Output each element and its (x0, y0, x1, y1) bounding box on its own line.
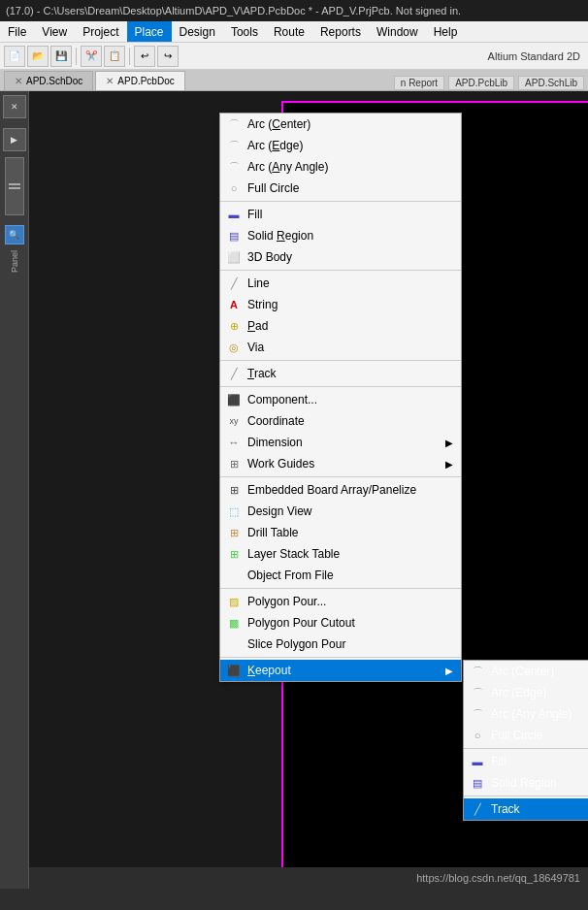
menu-help[interactable]: Help (426, 21, 466, 42)
tab-pcbdoc-label: APD.PcbDoc (117, 76, 174, 86)
k-fill[interactable]: ▬ Fill (464, 751, 588, 772)
sep-5 (220, 476, 461, 477)
canvas-area[interactable]: ⌒ Arc (Center) ⌒ Arc (Edge) ⌒ Arc (Any A… (29, 91, 588, 889)
3d-body-label: 3D Body (247, 250, 453, 264)
toolbar-btn-3[interactable]: 💾 (50, 46, 72, 67)
k-solid-region[interactable]: ▤ Solid Region (464, 772, 588, 794)
menu-line[interactable]: ╱ Line (220, 273, 461, 294)
arc-center-label: Arc (Center) (247, 117, 453, 131)
menu-polygon-cutout[interactable]: ▩ Polygon Pour Cutout (220, 612, 461, 634)
k-arc-center-label: Arc (Center) (491, 665, 588, 678)
schlib-tab[interactable]: APD.SchLib (518, 76, 584, 90)
toolbar-btn-7[interactable]: ↪ (157, 46, 179, 67)
menu-arc-center[interactable]: ⌒ Arc (Center) (220, 114, 461, 135)
menu-drill-table[interactable]: ⊞ Drill Table (220, 522, 461, 543)
tabs-container: ✕ APD.SchDoc ✕ APD.PcbDoc n Report APD.P… (0, 70, 588, 91)
menu-route[interactable]: Route (266, 21, 312, 42)
k-arc-center[interactable]: ⌒ Arc (Center) (464, 661, 588, 682)
arc-any-icon: ⌒ (226, 159, 242, 175)
pcblib-tab[interactable]: APD.PcbLib (448, 76, 514, 90)
full-circle-icon: ○ (226, 180, 242, 196)
k-arc-any[interactable]: ⌒ Arc (Any Angle) (464, 703, 588, 725)
tab-pcbdoc[interactable]: ✕ APD.PcbDoc (95, 71, 184, 90)
menu-dimension[interactable]: ↔ Dimension ▶ (220, 432, 461, 453)
k-sep-2 (464, 796, 588, 796)
via-icon: ◎ (226, 340, 242, 355)
toolbar-btn-1[interactable]: 📄 (4, 46, 25, 67)
menu-coordinate[interactable]: xy Coordinate (220, 410, 461, 432)
menu-fill[interactable]: ▬ Fill (220, 204, 461, 225)
work-guides-arrow: ▶ (445, 459, 453, 470)
left-panel-btn1[interactable]: ▶ (3, 128, 26, 151)
menu-tools[interactable]: Tools (223, 21, 266, 42)
k-sep-1 (464, 748, 588, 749)
tab-close-btn[interactable]: ✕ (15, 76, 22, 86)
sep-4 (220, 386, 461, 387)
menu-via[interactable]: ◎ Via (220, 337, 461, 358)
solid-region-label: Solid Region (247, 229, 453, 243)
k-track[interactable]: ╱ Track (464, 798, 588, 820)
toolbar-btn-4[interactable]: ✂️ (81, 46, 102, 67)
title-bar: (17.0) - C:\Users\Dream\Desktop\AltiumD\… (0, 0, 588, 21)
fill-icon: ▬ (226, 207, 242, 222)
embedded-icon: ⊞ (226, 482, 242, 498)
k-arc-edge-label: Arc (Edge) (491, 686, 588, 699)
menu-component[interactable]: ⬛ Component... (220, 389, 461, 410)
track-icon: ╱ (226, 366, 242, 381)
full-circle-label: Full Circle (247, 181, 453, 195)
toolbar-btn-5[interactable]: 📋 (104, 46, 125, 67)
solid-region-icon: ▤ (226, 228, 242, 244)
menu-string[interactable]: A String (220, 294, 461, 315)
menu-arc-edge[interactable]: ⌒ Arc (Edge) (220, 135, 461, 156)
menu-arc-any[interactable]: ⌒ Arc (Any Angle) (220, 156, 461, 178)
menu-file[interactable]: File (0, 21, 34, 42)
sep-7 (220, 657, 461, 658)
polygon-pour-label: Polygon Pour... (247, 595, 453, 608)
menu-design[interactable]: Design (172, 21, 223, 42)
menu-slice-polygon[interactable]: Slice Polygon Pour (220, 634, 461, 655)
component-icon: ⬛ (226, 392, 242, 407)
menu-view[interactable]: View (34, 21, 75, 42)
toolbar: 📄 📂 💾 ✂️ 📋 ↩ ↪ Altium Standard 2D (0, 43, 588, 70)
menu-project[interactable]: Project (75, 21, 126, 42)
place-dropdown-menu: ⌒ Arc (Center) ⌒ Arc (Edge) ⌒ Arc (Any A… (219, 113, 462, 682)
pad-icon: ⊕ (226, 318, 242, 334)
toolbar-btn-6[interactable]: ↩ (134, 46, 155, 67)
tab-schlib[interactable]: ✕ APD.SchDoc (4, 71, 93, 90)
keepout-arrow: ▶ (445, 666, 453, 676)
layer-stack-label: Layer Stack Table (247, 547, 453, 561)
menu-work-guides[interactable]: ⊞ Work Guides ▶ (220, 453, 461, 474)
k-full-circle[interactable]: ○ Full Circle (464, 725, 588, 746)
toolbar-btn-2[interactable]: 📂 (27, 46, 49, 67)
menu-keepout[interactable]: ⬛ Keepout ▶ ⌒ Arc (Center) ⌒ Arc (Edge) (220, 660, 461, 681)
k-arc-edge[interactable]: ⌒ Arc (Edge) (464, 682, 588, 703)
menu-3d-body[interactable]: ⬜ 3D Body (220, 246, 461, 268)
object-file-icon (226, 568, 242, 583)
menu-full-circle[interactable]: ○ Full Circle (220, 178, 461, 199)
dimension-arrow: ▶ (445, 438, 453, 448)
menu-object-from-file[interactable]: Object From File (220, 565, 461, 586)
menu-track[interactable]: ╱ Track (220, 363, 461, 384)
menu-window[interactable]: Window (369, 21, 426, 42)
left-panel: ✕ ▶ 🔍 Panel (0, 91, 29, 889)
slice-polygon-icon (226, 636, 242, 652)
arc-center-icon: ⌒ (226, 116, 242, 132)
menu-pad[interactable]: ⊕ Pad (220, 315, 461, 337)
arc-any-label: Arc (Any Angle) (247, 160, 453, 174)
title-text: (17.0) - C:\Users\Dream\Desktop\AltiumD\… (6, 5, 461, 16)
menu-solid-region[interactable]: ▤ Solid Region (220, 225, 461, 246)
menu-layer-stack[interactable]: ⊞ Layer Stack Table (220, 543, 461, 565)
menu-design-view[interactable]: ⬚ Design View (220, 501, 461, 522)
report-tab[interactable]: n Report (394, 76, 444, 90)
string-label: String (247, 298, 453, 311)
menu-reports[interactable]: Reports (312, 21, 369, 42)
k-arc-edge-icon: ⌒ (470, 685, 485, 700)
tab-pcbdoc-close[interactable]: ✕ (106, 76, 114, 86)
menu-embedded[interactable]: ⊞ Embedded Board Array/Panelize (220, 479, 461, 501)
string-icon: A (226, 297, 242, 312)
left-panel-close[interactable]: ✕ (3, 95, 26, 118)
left-label-panel[interactable]: Panel (10, 250, 19, 273)
menu-polygon-pour[interactable]: ▨ Polygon Pour... (220, 591, 461, 612)
menu-place[interactable]: Place (127, 21, 172, 42)
zoom-btn[interactable]: 🔍 (5, 225, 24, 244)
